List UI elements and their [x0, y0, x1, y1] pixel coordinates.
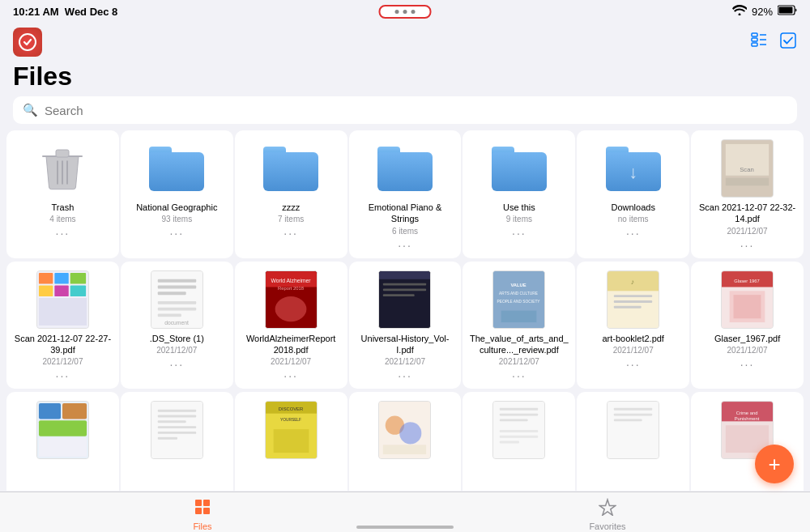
item-name: Trash — [52, 202, 75, 213]
tab-favorites[interactable]: Favorites — [405, 493, 810, 531]
item-name: Scan 2021-12-07 22-32-14.pdf — [697, 202, 797, 225]
svg-text:♪: ♪ — [631, 277, 634, 285]
status-time: 10:21 AM Wed Dec 8 — [13, 6, 117, 18]
svg-text:Punishment: Punishment — [735, 417, 760, 422]
item-meta: 4 items — [49, 215, 75, 223]
item-more-button[interactable]: ··· — [626, 358, 641, 371]
list-item[interactable]: VALUE ARTS AND CULTURE PEOPLE AND SOCIET… — [463, 262, 575, 389]
svg-rect-54 — [614, 305, 642, 308]
svg-rect-64 — [39, 438, 87, 457]
item-more-button[interactable]: ··· — [398, 239, 412, 252]
list-item[interactable]: zzzz 7 items ··· — [235, 130, 347, 258]
file-thumbnail: ♪ — [605, 271, 662, 328]
folder-icon — [377, 140, 433, 197]
file-thumbnail — [605, 402, 662, 458]
item-name: Scan 2021-12-07 22-27-39.pdf — [13, 333, 113, 356]
list-item[interactable]: DISCOVER YOURSELF — [235, 392, 347, 491]
svg-rect-59 — [734, 295, 761, 318]
file-thumbnail — [377, 271, 433, 328]
list-item[interactable] — [121, 392, 233, 491]
list-item[interactable]: Use this 9 items ··· — [463, 130, 575, 258]
item-meta: 2021/12/07 — [727, 346, 768, 355]
item-more-button[interactable]: ··· — [56, 369, 70, 382]
file-thumbnail — [34, 271, 91, 328]
list-item[interactable]: document .DS_Store (1) 2021/12/07 ··· — [121, 262, 233, 389]
svg-rect-10 — [56, 150, 69, 157]
list-item[interactable]: World Alzheimer Report 2018 WorldAlzheim… — [235, 262, 347, 389]
item-more-button[interactable]: ··· — [512, 369, 526, 382]
svg-rect-25 — [39, 298, 87, 326]
item-name: The_value_of_arts_and_culture..._review.… — [469, 333, 569, 356]
list-item[interactable]: National Geographic 93 items ··· — [121, 130, 233, 258]
svg-point-38 — [275, 296, 306, 321]
svg-rect-91 — [614, 419, 642, 422]
item-more-button[interactable]: ··· — [169, 227, 184, 240]
svg-rect-30 — [158, 301, 196, 304]
svg-rect-61 — [39, 403, 61, 419]
grid-view-icon[interactable] — [750, 32, 768, 53]
item-more-button[interactable]: ··· — [284, 227, 298, 240]
check-icon[interactable] — [779, 32, 797, 53]
page-title: Files — [0, 60, 810, 96]
item-name: Universal-History_Vol-I.pdf — [356, 333, 455, 356]
file-thumbnail: VALUE ARTS AND CULTURE PEOPLE AND SOCIET… — [491, 271, 548, 328]
svg-rect-5 — [752, 43, 757, 46]
svg-text:PEOPLE AND SOCIETY: PEOPLE AND SOCIETY — [497, 299, 541, 303]
svg-rect-43 — [383, 294, 415, 296]
svg-rect-85 — [500, 430, 538, 432]
search-input[interactable] — [45, 104, 787, 117]
list-item[interactable]: Glaser 1967 Glaser_1967.pdf 2021/12/07 ·… — [691, 262, 804, 389]
dots-button[interactable] — [379, 5, 432, 19]
list-item[interactable]: Trash 4 items ··· — [6, 130, 119, 258]
svg-text:DISCOVER: DISCOVER — [278, 406, 302, 411]
svg-rect-28 — [158, 285, 196, 288]
file-thumbnail: Scan — [719, 140, 776, 197]
svg-rect-86 — [500, 436, 538, 438]
item-name: .DS_Store (1) — [150, 333, 204, 344]
list-item[interactable]: Scan Scan 2021-12-07 22-32-14.pdf 2021/1… — [691, 130, 804, 258]
item-more-button[interactable]: ··· — [284, 369, 298, 382]
list-item[interactable] — [6, 392, 119, 491]
list-item[interactable] — [463, 392, 575, 491]
item-meta: 2021/12/07 — [613, 346, 654, 355]
svg-text:Glaser 1967: Glaser 1967 — [734, 278, 760, 283]
svg-rect-32 — [158, 313, 181, 317]
svg-rect-21 — [70, 273, 86, 284]
item-more-button[interactable]: ··· — [512, 227, 526, 240]
add-button[interactable]: + — [755, 445, 794, 483]
folder-icon — [262, 140, 319, 197]
list-item[interactable]: Scan 2021-12-07 22-27-39.pdf 2021/12/07 … — [6, 262, 119, 389]
item-meta: no items — [618, 215, 649, 223]
battery-percentage: 92% — [752, 6, 773, 18]
list-item[interactable] — [577, 392, 689, 491]
item-more-button[interactable]: ··· — [56, 227, 70, 240]
search-bar[interactable]: 🔍 — [13, 96, 797, 124]
files-tab-icon — [194, 498, 211, 520]
item-more-button[interactable]: ··· — [398, 369, 412, 382]
list-item[interactable]: ↓ Downloads no items ··· — [577, 130, 689, 258]
list-item[interactable]: ♪ art-booklet2.pdf 2021/12/07 ··· — [577, 262, 689, 389]
svg-rect-19 — [39, 273, 53, 284]
list-item[interactable]: Emotional Piano & Strings 6 items ··· — [349, 130, 462, 258]
svg-text:document: document — [164, 320, 189, 326]
item-more-button[interactable]: ··· — [740, 239, 755, 252]
item-meta: 2021/12/07 — [727, 227, 768, 236]
list-item[interactable]: Universal-History_Vol-I.pdf 2021/12/07 ·… — [349, 262, 462, 389]
svg-rect-69 — [158, 426, 196, 428]
tab-files[interactable]: Files — [0, 493, 405, 531]
svg-rect-82 — [500, 408, 538, 411]
svg-rect-100 — [203, 508, 210, 514]
item-more-button[interactable]: ··· — [740, 358, 755, 371]
svg-text:ARTS AND CULTURE: ARTS AND CULTURE — [499, 292, 539, 296]
battery-icon — [778, 4, 797, 19]
item-more-button[interactable]: ··· — [169, 358, 184, 371]
status-right: 92% — [732, 4, 797, 19]
item-more-button[interactable]: ··· — [626, 227, 641, 240]
item-name: National Geographic — [136, 202, 217, 213]
item-meta: 2021/12/07 — [385, 357, 425, 366]
svg-text:Report 2018: Report 2018 — [278, 286, 304, 291]
list-item[interactable] — [349, 392, 462, 491]
item-name: Downloads — [612, 202, 655, 213]
svg-rect-87 — [500, 441, 519, 444]
svg-rect-84 — [500, 419, 528, 422]
